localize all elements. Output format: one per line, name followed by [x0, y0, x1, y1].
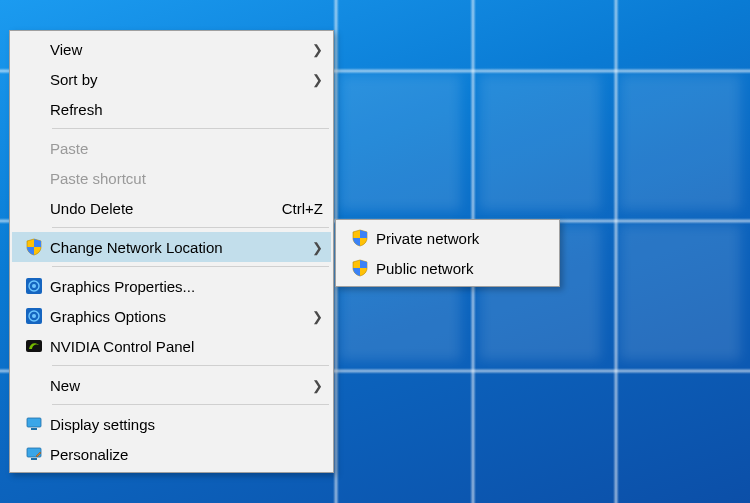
menu-separator — [52, 365, 329, 366]
submenu-public-network-label: Public network — [376, 260, 549, 277]
shield-icon — [18, 235, 50, 259]
personalize-icon — [18, 442, 50, 466]
menu-sort-by[interactable]: Sort by ❯ — [12, 64, 331, 94]
svg-point-5 — [32, 314, 36, 318]
submenu-public-network[interactable]: Public network — [338, 253, 557, 283]
menu-nvidia-control-panel[interactable]: NVIDIA Control Panel — [12, 331, 331, 361]
menu-new-label: New — [50, 377, 307, 394]
svg-rect-8 — [31, 428, 37, 430]
menu-new[interactable]: New ❯ — [12, 370, 331, 400]
menu-paste-label: Paste — [50, 140, 323, 157]
menu-view-label: View — [50, 41, 307, 58]
menu-personalize-label: Personalize — [50, 446, 323, 463]
chevron-right-icon: ❯ — [307, 42, 323, 57]
menu-display-settings[interactable]: Display settings — [12, 409, 331, 439]
menu-change-network-location[interactable]: Change Network Location ❯ — [12, 232, 331, 262]
menu-undo-delete[interactable]: Undo Delete Ctrl+Z — [12, 193, 331, 223]
menu-display-settings-label: Display settings — [50, 416, 323, 433]
svg-rect-10 — [31, 458, 37, 460]
submenu-private-network-label: Private network — [376, 230, 549, 247]
svg-rect-7 — [27, 418, 41, 427]
menu-separator — [52, 404, 329, 405]
svg-rect-9 — [27, 448, 41, 457]
desktop-wallpaper: TenForums.com View ❯ Sort by ❯ Refresh P… — [0, 0, 750, 503]
menu-undo-delete-shortcut: Ctrl+Z — [282, 200, 323, 217]
blank-icon — [18, 67, 50, 91]
svg-rect-6 — [26, 340, 42, 352]
intel-graphics-icon — [18, 304, 50, 328]
menu-separator — [52, 266, 329, 267]
menu-paste-shortcut: Paste shortcut — [12, 163, 331, 193]
menu-graphics-options-label: Graphics Options — [50, 308, 307, 325]
menu-paste: Paste — [12, 133, 331, 163]
menu-personalize[interactable]: Personalize — [12, 439, 331, 469]
submenu-private-network[interactable]: Private network — [338, 223, 557, 253]
menu-view[interactable]: View ❯ — [12, 34, 331, 64]
menu-paste-shortcut-label: Paste shortcut — [50, 170, 323, 187]
menu-separator — [52, 128, 329, 129]
menu-change-network-location-label: Change Network Location — [50, 239, 307, 256]
network-location-submenu: Private network Public network — [335, 219, 560, 287]
menu-graphics-properties[interactable]: Graphics Properties... — [12, 271, 331, 301]
blank-icon — [18, 136, 50, 160]
blank-icon — [18, 37, 50, 61]
shield-icon — [344, 226, 376, 250]
chevron-right-icon: ❯ — [307, 72, 323, 87]
chevron-right-icon: ❯ — [307, 240, 323, 255]
blank-icon — [18, 196, 50, 220]
svg-point-2 — [32, 284, 36, 288]
blank-icon — [18, 373, 50, 397]
menu-sort-by-label: Sort by — [50, 71, 307, 88]
menu-separator — [52, 227, 329, 228]
blank-icon — [18, 166, 50, 190]
desktop-context-menu: View ❯ Sort by ❯ Refresh Paste Paste sho… — [9, 30, 334, 473]
menu-nvidia-label: NVIDIA Control Panel — [50, 338, 323, 355]
shield-icon — [344, 256, 376, 280]
menu-graphics-properties-label: Graphics Properties... — [50, 278, 323, 295]
nvidia-icon — [18, 334, 50, 358]
menu-undo-delete-label: Undo Delete — [50, 200, 270, 217]
menu-refresh-label: Refresh — [50, 101, 323, 118]
intel-graphics-icon — [18, 274, 50, 298]
chevron-right-icon: ❯ — [307, 309, 323, 324]
menu-graphics-options[interactable]: Graphics Options ❯ — [12, 301, 331, 331]
blank-icon — [18, 97, 50, 121]
menu-refresh[interactable]: Refresh — [12, 94, 331, 124]
chevron-right-icon: ❯ — [307, 378, 323, 393]
monitor-icon — [18, 412, 50, 436]
